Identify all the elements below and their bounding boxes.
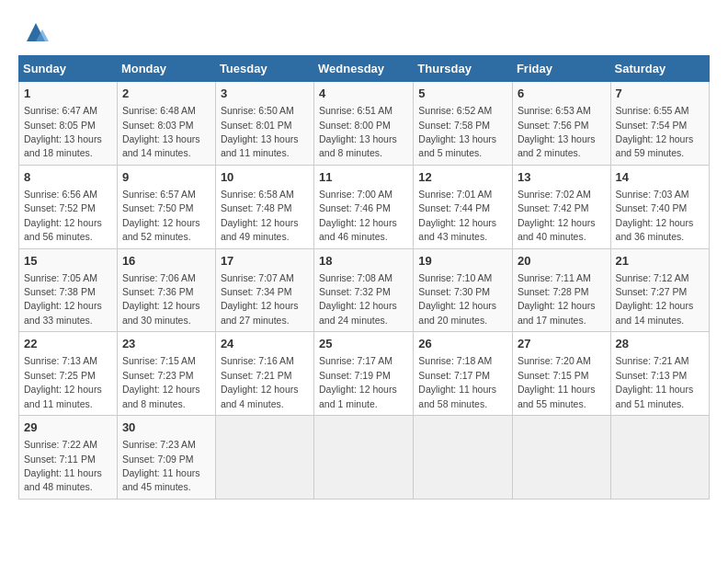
day-info: Sunrise: 6:53 AMSunset: 7:56 PMDaylight:…	[518, 105, 596, 158]
week-row-3: 15 Sunrise: 7:05 AMSunset: 7:38 PMDaylig…	[19, 248, 710, 332]
day-info: Sunrise: 7:15 AMSunset: 7:23 PMDaylight:…	[122, 355, 200, 408]
header-row: SundayMondayTuesdayWednesdayThursdayFrid…	[19, 56, 710, 82]
day-info: Sunrise: 7:16 AMSunset: 7:21 PMDaylight:…	[221, 355, 299, 408]
calendar-cell: 7 Sunrise: 6:55 AMSunset: 7:54 PMDayligh…	[610, 82, 709, 166]
day-number: 19	[418, 253, 507, 270]
header-wednesday: Wednesday	[314, 56, 414, 82]
logo-icon	[22, 18, 50, 46]
calendar-cell: 24 Sunrise: 7:16 AMSunset: 7:21 PMDaylig…	[215, 332, 313, 416]
calendar-cell: 27 Sunrise: 7:20 AMSunset: 7:15 PMDaylig…	[512, 332, 610, 416]
day-number: 23	[122, 336, 210, 352]
day-number: 1	[24, 86, 112, 102]
calendar-cell: 26 Sunrise: 7:18 AMSunset: 7:17 PMDaylig…	[414, 332, 513, 416]
day-info: Sunrise: 7:00 AMSunset: 7:46 PMDaylight:…	[319, 189, 397, 242]
calendar-cell: 29 Sunrise: 7:22 AMSunset: 7:11 PMDaylig…	[19, 416, 118, 500]
calendar-cell: 2 Sunrise: 6:48 AMSunset: 8:03 PMDayligh…	[117, 82, 215, 166]
day-number: 24	[221, 336, 309, 352]
calendar-cell: 15 Sunrise: 7:05 AMSunset: 7:38 PMDaylig…	[19, 248, 118, 332]
calendar-cell: 30 Sunrise: 7:23 AMSunset: 7:09 PMDaylig…	[117, 416, 215, 500]
logo	[18, 18, 50, 46]
day-number: 27	[518, 336, 606, 352]
day-info: Sunrise: 7:08 AMSunset: 7:32 PMDaylight:…	[319, 272, 397, 326]
day-info: Sunrise: 7:17 AMSunset: 7:19 PMDaylight:…	[319, 355, 397, 408]
calendar-cell: 18 Sunrise: 7:08 AMSunset: 7:32 PMDaylig…	[314, 248, 414, 332]
day-number: 21	[616, 253, 704, 270]
day-number: 16	[122, 253, 210, 270]
day-number: 22	[24, 336, 112, 352]
calendar-cell: 11 Sunrise: 7:00 AMSunset: 7:46 PMDaylig…	[314, 165, 414, 248]
day-number: 18	[319, 253, 408, 270]
calendar-cell: 28 Sunrise: 7:21 AMSunset: 7:13 PMDaylig…	[610, 332, 709, 416]
day-info: Sunrise: 7:12 AMSunset: 7:27 PMDaylight:…	[616, 272, 694, 326]
day-info: Sunrise: 7:23 AMSunset: 7:09 PMDaylight:…	[122, 439, 200, 492]
week-row-5: 29 Sunrise: 7:22 AMSunset: 7:11 PMDaylig…	[19, 416, 710, 500]
day-info: Sunrise: 7:06 AMSunset: 7:36 PMDaylight:…	[122, 272, 200, 326]
header-friday: Friday	[512, 56, 610, 82]
day-number: 15	[24, 253, 112, 270]
day-info: Sunrise: 6:48 AMSunset: 8:03 PMDaylight:…	[122, 105, 200, 158]
week-row-1: 1 Sunrise: 6:47 AMSunset: 8:05 PMDayligh…	[19, 82, 710, 166]
day-number: 26	[418, 336, 507, 352]
header-tuesday: Tuesday	[215, 56, 313, 82]
day-info: Sunrise: 6:57 AMSunset: 7:50 PMDaylight:…	[122, 189, 200, 242]
calendar-cell: 9 Sunrise: 6:57 AMSunset: 7:50 PMDayligh…	[117, 165, 215, 248]
day-number: 3	[221, 86, 309, 102]
day-info: Sunrise: 6:50 AMSunset: 8:01 PMDaylight:…	[221, 105, 299, 158]
day-number: 13	[518, 169, 606, 186]
day-info: Sunrise: 6:51 AMSunset: 8:00 PMDaylight:…	[319, 105, 397, 158]
header	[18, 18, 710, 46]
day-info: Sunrise: 6:55 AMSunset: 7:54 PMDaylight:…	[616, 105, 694, 158]
day-number: 9	[122, 169, 210, 186]
header-monday: Monday	[117, 56, 215, 82]
week-row-2: 8 Sunrise: 6:56 AMSunset: 7:52 PMDayligh…	[19, 165, 710, 248]
day-info: Sunrise: 7:02 AMSunset: 7:42 PMDaylight:…	[518, 189, 596, 242]
calendar-cell: 17 Sunrise: 7:07 AMSunset: 7:34 PMDaylig…	[215, 248, 313, 332]
header-saturday: Saturday	[610, 56, 709, 82]
header-sunday: Sunday	[19, 56, 118, 82]
day-info: Sunrise: 6:52 AMSunset: 7:58 PMDaylight:…	[418, 105, 496, 158]
calendar-cell: 5 Sunrise: 6:52 AMSunset: 7:58 PMDayligh…	[414, 82, 513, 166]
day-number: 17	[221, 253, 309, 270]
day-info: Sunrise: 7:20 AMSunset: 7:15 PMDaylight:…	[518, 355, 596, 408]
calendar-cell	[215, 416, 313, 500]
calendar-cell	[414, 416, 513, 500]
day-number: 25	[319, 336, 408, 352]
day-info: Sunrise: 7:03 AMSunset: 7:40 PMDaylight:…	[616, 189, 694, 242]
calendar-cell: 1 Sunrise: 6:47 AMSunset: 8:05 PMDayligh…	[19, 82, 118, 166]
calendar-body: 1 Sunrise: 6:47 AMSunset: 8:05 PMDayligh…	[19, 82, 710, 500]
calendar-cell: 14 Sunrise: 7:03 AMSunset: 7:40 PMDaylig…	[610, 165, 709, 248]
day-number: 6	[518, 86, 606, 102]
calendar-header: SundayMondayTuesdayWednesdayThursdayFrid…	[19, 56, 710, 82]
calendar-cell: 13 Sunrise: 7:02 AMSunset: 7:42 PMDaylig…	[512, 165, 610, 248]
header-thursday: Thursday	[414, 56, 513, 82]
day-info: Sunrise: 6:56 AMSunset: 7:52 PMDaylight:…	[24, 189, 102, 242]
calendar-cell: 16 Sunrise: 7:06 AMSunset: 7:36 PMDaylig…	[117, 248, 215, 332]
calendar-cell: 22 Sunrise: 7:13 AMSunset: 7:25 PMDaylig…	[19, 332, 118, 416]
day-info: Sunrise: 7:01 AMSunset: 7:44 PMDaylight:…	[418, 189, 496, 242]
day-number: 20	[518, 253, 606, 270]
day-info: Sunrise: 7:22 AMSunset: 7:11 PMDaylight:…	[24, 439, 102, 492]
week-row-4: 22 Sunrise: 7:13 AMSunset: 7:25 PMDaylig…	[19, 332, 710, 416]
day-number: 10	[221, 169, 309, 186]
calendar-cell: 21 Sunrise: 7:12 AMSunset: 7:27 PMDaylig…	[610, 248, 709, 332]
calendar-cell: 3 Sunrise: 6:50 AMSunset: 8:01 PMDayligh…	[215, 82, 313, 166]
day-info: Sunrise: 7:21 AMSunset: 7:13 PMDaylight:…	[616, 355, 694, 408]
day-number: 2	[122, 86, 210, 102]
day-number: 4	[319, 86, 408, 102]
calendar-cell	[610, 416, 709, 500]
day-info: Sunrise: 7:07 AMSunset: 7:34 PMDaylight:…	[221, 272, 299, 326]
calendar-cell: 23 Sunrise: 7:15 AMSunset: 7:23 PMDaylig…	[117, 332, 215, 416]
day-number: 29	[24, 419, 112, 436]
calendar-table: SundayMondayTuesdayWednesdayThursdayFrid…	[18, 55, 710, 500]
day-number: 12	[418, 169, 507, 186]
day-number: 11	[319, 169, 408, 186]
calendar-cell: 8 Sunrise: 6:56 AMSunset: 7:52 PMDayligh…	[19, 165, 118, 248]
day-number: 7	[616, 86, 704, 102]
day-number: 28	[616, 336, 704, 352]
calendar-cell: 25 Sunrise: 7:17 AMSunset: 7:19 PMDaylig…	[314, 332, 414, 416]
day-info: Sunrise: 7:05 AMSunset: 7:38 PMDaylight:…	[24, 272, 102, 326]
day-number: 14	[616, 169, 704, 186]
day-info: Sunrise: 6:47 AMSunset: 8:05 PMDaylight:…	[24, 105, 102, 158]
calendar-cell: 10 Sunrise: 6:58 AMSunset: 7:48 PMDaylig…	[215, 165, 313, 248]
calendar-cell: 20 Sunrise: 7:11 AMSunset: 7:28 PMDaylig…	[512, 248, 610, 332]
